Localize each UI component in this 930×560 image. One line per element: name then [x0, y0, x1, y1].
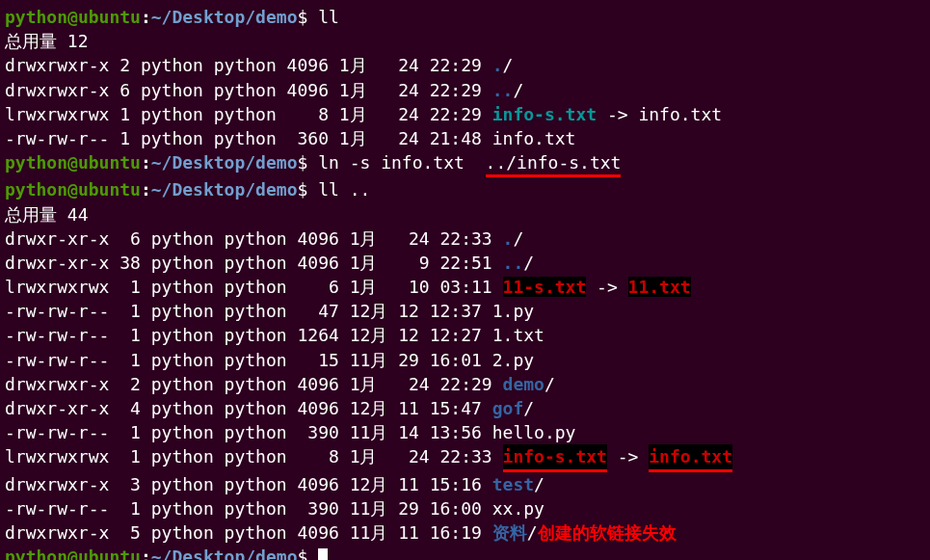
list1-row-0: drwxrwxr-x 2 python python 4096 1月 24 22… [5, 53, 925, 77]
list2-row-3: -rw-rw-r-- 1 python python 47 12月 12 12:… [5, 299, 925, 323]
list1-row-3: -rw-rw-r-- 1 python python 360 1月 24 21:… [5, 126, 925, 150]
list1-row-2: lrwxrwxrwx 1 python python 8 1月 24 22:29… [5, 102, 925, 126]
broken-target-info: info.txt [649, 444, 732, 471]
dir-dot: . [492, 55, 503, 75]
host: ubuntu [78, 7, 141, 27]
command-ln-arg: ../info-s.txt [486, 150, 622, 177]
prompt-line-4[interactable]: python@ubuntu:~/Desktop/demo$ [5, 545, 925, 560]
dollar: $ [297, 7, 307, 27]
path: ~/Desktop/demo [151, 7, 298, 27]
symlink-info-s: info-s.txt [492, 104, 597, 124]
list2-row-9: lrwxrwxrwx 1 python python 8 1月 24 22:33… [5, 444, 925, 471]
at: @ [67, 7, 78, 27]
perm: drwxrwxr-x [5, 55, 109, 75]
dir-dotdot: .. [492, 80, 514, 100]
total-1: 总用量 12 [5, 29, 925, 53]
symlink-target: info.txt [638, 104, 722, 124]
dir-demo: demo [503, 374, 545, 394]
file-info-txt: info.txt [492, 128, 576, 148]
broken-link-info-s: info-s.txt [503, 444, 607, 471]
list2-row-7: drwxr-xr-x 4 python python 4096 12月 11 1… [5, 396, 925, 420]
list2-row-0: drwxr-xr-x 6 python python 4096 1月 24 22… [5, 227, 925, 251]
list2-row-10: drwxrwxr-x 3 python python 4096 12月 11 1… [5, 472, 925, 496]
user: python [5, 7, 67, 27]
command-ll-parent: ll .. [307, 179, 370, 200]
dir-gof: gof [492, 398, 524, 418]
broken-link-11s: 11-s.txt [503, 277, 587, 297]
command-ln: ln -s info.txt [307, 152, 485, 173]
list2-row-11: -rw-rw-r-- 1 python python 390 11月 29 16… [5, 496, 925, 520]
command-ll: ll [307, 7, 339, 27]
total-2: 总用量 44 [5, 202, 925, 227]
prompt-line-1[interactable]: python@ubuntu:~/Desktop/demo$ ll [5, 5, 925, 29]
list2-row-4: -rw-rw-r-- 1 python python 1264 12月 12 1… [5, 323, 925, 347]
annotation-text: 创建的软链接失效 [538, 522, 677, 543]
prompt-line-3[interactable]: python@ubuntu:~/Desktop/demo$ ll .. [5, 177, 925, 201]
colon: : [141, 7, 151, 27]
cursor-icon[interactable] [318, 548, 328, 560]
broken-target-11: 11.txt [628, 277, 691, 297]
list2-row-5: -rw-rw-r-- 1 python python 15 11月 29 16:… [5, 348, 925, 372]
list1-row-1: drwxrwxr-x 6 python python 4096 1月 24 22… [5, 78, 925, 102]
list2-row-2: lrwxrwxrwx 1 python python 6 1月 10 03:11… [5, 275, 925, 299]
list2-row-12: drwxrwxr-x 5 python python 4096 11月 11 1… [5, 520, 925, 545]
list2-row-1: drwxr-xr-x 38 python python 4096 1月 9 22… [5, 251, 925, 275]
list2-row-8: -rw-rw-r-- 1 python python 390 11月 14 13… [5, 420, 925, 444]
prompt-line-2[interactable]: python@ubuntu:~/Desktop/demo$ ln -s info… [5, 150, 925, 177]
dir-ziliao: 资料 [492, 522, 527, 543]
list2-row-6: drwxrwxr-x 2 python python 4096 1月 24 22… [5, 372, 925, 396]
dir-test: test [492, 474, 534, 494]
